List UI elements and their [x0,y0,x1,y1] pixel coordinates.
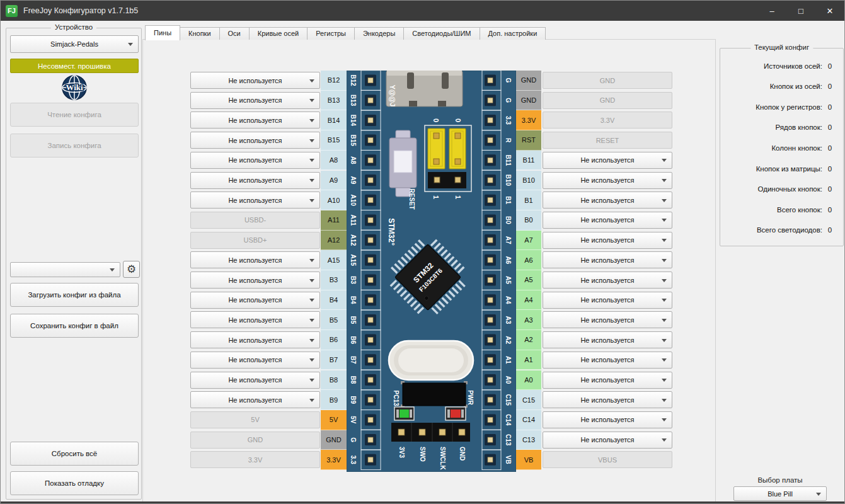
silkscreen-label: A8 [350,156,357,164]
stat-row: Колонн кнопок:0 [725,143,837,152]
silkscreen-label: 5V [350,416,357,424]
pin-select-B11[interactable]: Не используется [543,152,672,169]
tab-Пины[interactable]: Пины [145,25,180,40]
pin-select-A10[interactable]: Не используется [190,192,320,209]
dropdown-arrow-icon [309,199,314,202]
silkscreen-label: A11 [350,215,357,226]
pin-select-value: Не используется [580,396,634,404]
close-icon: ✕ [827,6,834,16]
pin-label-left-B14: B14 [321,110,347,130]
pin-label-right-A6: A6 [516,250,541,270]
stat-label: Кнопок из матрицы: [725,165,822,173]
tab-Оси[interactable]: Оси [219,27,250,40]
pin-select-B13[interactable]: Не используется [190,92,320,109]
pin-select-A9[interactable]: Не используется [190,172,320,189]
silkscreen-label: B11 [505,154,512,166]
stm32-silk-label: STM32° [387,218,396,246]
pin-fixed-A12: USBD+ [190,232,320,249]
silkscreen-label: B12 [350,74,357,86]
pin-select-B15[interactable]: Не используется [190,132,320,149]
silkscreen-label: GND [459,447,466,461]
pin-select-A4[interactable]: Не используется [543,292,672,309]
pin-select-B12[interactable]: Не используется [190,72,320,89]
silkscreen-label: A0 [505,376,512,384]
pin-select-B8[interactable]: Не используется [190,372,320,389]
pin-select-A0[interactable]: Не используется [543,372,672,389]
tab-bar: ПиныКнопкиОсиКривые осейРегистрыЭнкодеры… [145,25,545,40]
preset-select[interactable] [10,262,120,277]
close-button[interactable]: ✕ [815,1,844,21]
settings-button[interactable]: ⚙ [123,261,140,278]
pin-select-B5[interactable]: Не используется [190,311,320,328]
board-select[interactable]: Blue Pill [733,486,827,501]
dropdown-arrow-icon [662,239,667,242]
pin-select-value: Не используется [228,156,282,164]
app-logo-icon: FJ [6,5,18,17]
pin-select-A5[interactable]: Не используется [543,272,672,289]
silkscreen-label: B7 [350,356,357,364]
dropdown-arrow-icon [309,299,314,302]
firmware-warning-button[interactable]: Несовмест. прошивка [10,59,139,73]
pin-select-B4[interactable]: Не используется [190,292,320,309]
silkscreen-label: B9 [350,396,357,404]
pin-select-value: Не используется [228,256,282,264]
stat-label: Кнопок у регистров: [725,103,822,111]
pin-select-B14[interactable]: Не используется [190,112,320,129]
pin-label-left-B7: B7 [321,350,347,370]
silkscreen-label: B15 [350,134,357,146]
pin-label-left-B3: B3 [321,270,347,290]
pin-label-left-B5: B5 [321,310,347,330]
pin-select-value: Не используется [228,197,282,204]
pin-select-A6[interactable]: Не используется [543,251,672,268]
tab-Регистры[interactable]: Регистры [307,27,355,40]
silkscreen-label: B3 [350,276,357,284]
dropdown-arrow-icon [816,493,821,496]
pin-select-A15[interactable]: Не используется [190,251,320,268]
pin-select-B0[interactable]: Не используется [543,212,672,229]
pin-select-C13[interactable]: Не используется [543,432,672,449]
silkscreen-label: 0 [432,118,440,122]
dropdown-arrow-icon [309,399,314,402]
pin-label-right-A0: A0 [516,370,541,391]
pin-label-left-GND: GND [321,430,347,450]
device-select[interactable]: Simjack-Pedals [10,35,139,53]
tab-Светодиоды/ШИМ[interactable]: Светодиоды/ШИМ [403,27,480,40]
tab-Кривые осей[interactable]: Кривые осей [249,27,308,40]
pin-select-C14[interactable]: Не используется [543,411,672,428]
pin-select-A8[interactable]: Не используется [190,152,320,169]
pin-select-value: Не используется [228,77,282,84]
tab-Кнопки[interactable]: Кнопки [180,27,220,40]
save-config-button[interactable]: Сохранить конфиг в файл [10,314,139,338]
minimize-button[interactable]: – [757,1,786,21]
pin-select-B1[interactable]: Не используется [543,192,672,209]
tab-Энкодеры[interactable]: Энкодеры [354,27,404,40]
pin-select-A3[interactable]: Не используется [543,311,672,328]
pin-select-A2[interactable]: Не используется [543,331,672,348]
maximize-button[interactable]: □ [786,1,815,21]
pin-select-B10[interactable]: Не используется [543,172,672,189]
pin-select-B3[interactable]: Не используется [190,272,320,289]
pin-select-B7[interactable]: Не используется [190,352,320,369]
pin-select-value: Не используется [228,356,282,364]
silkscreen-label: B4 [350,296,357,304]
pin-select-value: Не используется [228,176,282,184]
pin-select-value: Не используется [228,137,282,144]
pin-select-A1[interactable]: Не используется [543,352,672,369]
read-config-button[interactable]: Чтение конфига [10,103,139,127]
pin-fixed-GND: GND [543,92,672,109]
write-config-button[interactable]: Запись конфига [10,134,139,158]
pin-select-A7[interactable]: Не используется [543,232,672,249]
pin-select-B9[interactable]: Не используется [190,391,320,408]
reset-all-button[interactable]: Сбросить всё [10,442,139,466]
show-debug-button[interactable]: Показать отладку [10,471,139,495]
pin-select-C15[interactable]: Не используется [543,391,672,408]
pin-select-B6[interactable]: Не используется [190,331,320,348]
board-select-label: Выбор платы [733,476,827,484]
freejoy-window: FJ FreeJoy Конфигуратор v1.7.1b5 – □ ✕ У… [0,0,845,504]
tab-Доп. настройки[interactable]: Доп. настройки [480,27,546,40]
load-config-button[interactable]: Загрузить конфиг из файла [10,283,139,307]
pin-select-value: Не используется [580,416,634,423]
silkscreen-label: 0 [454,118,462,122]
silkscreen-label: A5 [505,276,512,284]
wiki-link[interactable]: Wiki [60,74,88,101]
